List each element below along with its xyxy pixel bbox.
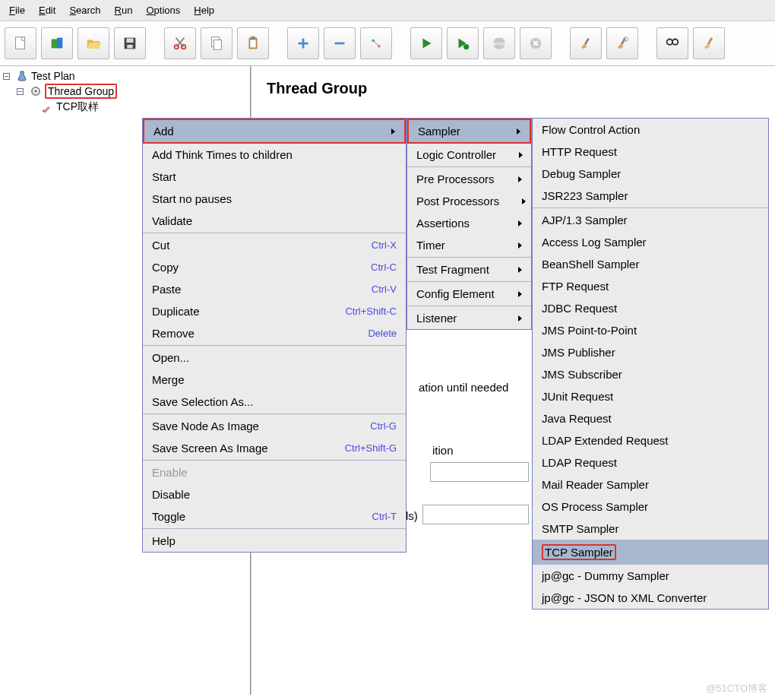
paste-button[interactable] (237, 27, 269, 59)
sampler-icon (41, 101, 53, 113)
menubar: FFileile Edit Search Run Options Help (0, 0, 775, 21)
sub-frag[interactable]: Test Fragment (407, 258, 531, 280)
ctx-validate[interactable]: Validate (143, 210, 406, 232)
ctx-think[interactable]: Add Think Times to children (143, 144, 406, 166)
ctx-cut[interactable]: CutCtrl-X (143, 234, 406, 256)
collapse-button[interactable] (324, 27, 356, 59)
sampler-mail[interactable]: Mail Reader Sampler (533, 474, 768, 496)
reset-search-button[interactable] (693, 27, 725, 59)
search-button[interactable] (656, 27, 688, 59)
sampler-bean[interactable]: BeanShell Sampler (533, 253, 768, 275)
svg-point-22 (672, 40, 678, 45)
svg-rect-12 (251, 36, 255, 40)
menu-help[interactable]: Help (194, 5, 214, 16)
menu-search[interactable]: Search (69, 5, 100, 16)
tree-root[interactable]: Test Plan (3, 69, 247, 83)
sampler-json[interactable]: jp@gc - JSON to XML Converter (533, 587, 768, 609)
tree-thread-group[interactable]: Thread Group (3, 83, 247, 100)
ctx-add[interactable]: Add (143, 119, 406, 144)
svg-point-25 (34, 90, 37, 93)
sub-listener[interactable]: Listener (407, 307, 531, 329)
run-button[interactable] (410, 27, 442, 59)
ctx-savesel[interactable]: Save Selection As... (143, 391, 406, 413)
sub-post[interactable]: Post Processors (407, 190, 531, 212)
arrow-icon (518, 291, 522, 297)
menu-options[interactable]: Options (146, 5, 180, 16)
menu-run[interactable]: Run (115, 5, 133, 16)
sampler-junit[interactable]: JUnit Request (533, 385, 768, 407)
sampler-jmssub[interactable]: JMS Subscriber (533, 363, 768, 385)
sampler-jsr[interactable]: JSR223 Sampler (533, 185, 768, 207)
sampler-flow[interactable]: Flow Control Action (533, 119, 768, 141)
toggle-icon[interactable] (17, 88, 24, 95)
ctx-savescr[interactable]: Save Screen As ImageCtrl+Shift-G (143, 437, 406, 459)
toolbar: STOP (0, 21, 775, 66)
svg-rect-4 (126, 39, 133, 43)
ctx-disable[interactable]: Disable (143, 483, 406, 505)
sampler-ldap[interactable]: LDAP Request (533, 451, 768, 474)
input-field[interactable] (422, 505, 529, 524)
sampler-dummy[interactable]: jp@gc - Dummy Sampler (533, 565, 768, 587)
arrow-icon (519, 152, 523, 158)
save-button[interactable] (114, 27, 146, 59)
sub-pre[interactable]: Pre Processors (407, 168, 531, 190)
ctx-remove[interactable]: RemoveDelete (143, 322, 406, 344)
threadgroup-icon (30, 85, 42, 97)
sampler-jmspp[interactable]: JMS Point-to-Point (533, 319, 768, 341)
sampler-java[interactable]: Java Request (533, 407, 768, 429)
run-notimers-button[interactable] (447, 27, 479, 59)
ctx-copy[interactable]: CopyCtrl-C (143, 256, 406, 278)
sampler-jmspub[interactable]: JMS Publisher (533, 341, 768, 363)
stop-button[interactable]: STOP (483, 27, 515, 59)
input-field[interactable] (430, 462, 529, 482)
expand-button[interactable] (287, 27, 319, 59)
sampler-tcp[interactable]: TCP Sampler (533, 540, 768, 565)
clear-button[interactable] (570, 27, 602, 59)
shutdown-button[interactable] (520, 27, 552, 59)
sampler-ajp[interactable]: AJP/1.3 Sampler (533, 209, 768, 231)
copy-button[interactable] (201, 27, 232, 59)
sampler-os[interactable]: OS Process Sampler (533, 496, 768, 518)
sub-sampler[interactable]: Sampler (407, 119, 531, 144)
ctx-savenode[interactable]: Save Node As ImageCtrl-G (143, 415, 406, 437)
clear-all-button[interactable] (606, 27, 638, 59)
svg-rect-26 (43, 106, 50, 113)
ctx-start[interactable]: Start (143, 166, 406, 188)
submenu-sampler: Flow Control Action HTTP Request Debug S… (532, 118, 769, 610)
ctx-open[interactable]: Open... (143, 347, 406, 369)
tree-tcp-sampler[interactable]: TCP取样 (3, 100, 247, 115)
sampler-ftp[interactable]: FTP Request (533, 275, 768, 297)
sub-assert[interactable]: Assertions (407, 212, 531, 234)
ctx-merge[interactable]: Merge (143, 369, 406, 391)
svg-rect-23 (707, 37, 713, 45)
sampler-smtp[interactable]: SMTP Sampler (533, 518, 768, 540)
tree-thread-group-label: Thread Group (45, 84, 117, 99)
svg-rect-18 (584, 38, 590, 45)
ctx-enable: Enable (143, 461, 406, 483)
templates-button[interactable] (41, 27, 73, 59)
ctx-start-np[interactable]: Start no pauses (143, 188, 406, 210)
sampler-http[interactable]: HTTP Request (533, 141, 768, 163)
sampler-ldapex[interactable]: LDAP Extended Request (533, 429, 768, 451)
sub-timer[interactable]: Timer (407, 234, 531, 256)
new-button[interactable] (5, 27, 36, 59)
ctx-paste[interactable]: PasteCtrl-V (143, 278, 406, 300)
context-menu: Add Add Think Times to children Start St… (142, 118, 406, 553)
svg-text:STOP: STOP (494, 42, 505, 46)
cut-button[interactable] (164, 27, 196, 59)
arrow-icon (518, 220, 522, 226)
toggle-button[interactable] (360, 27, 392, 59)
ctx-duplicate[interactable]: DuplicateCtrl+Shift-C (143, 300, 406, 322)
bg-text: ition (432, 444, 454, 457)
sub-logic[interactable]: Logic Controller (407, 144, 531, 166)
menu-edit[interactable]: Edit (39, 5, 55, 16)
open-button[interactable] (78, 27, 109, 59)
ctx-toggle[interactable]: ToggleCtrl-T (143, 505, 406, 527)
toggle-icon[interactable] (3, 73, 10, 80)
sampler-jdbc[interactable]: JDBC Request (533, 297, 768, 319)
sub-config[interactable]: Config Element (407, 283, 531, 305)
sampler-acc[interactable]: Access Log Sampler (533, 231, 768, 253)
menu-file[interactable]: FFileile (9, 5, 25, 16)
sampler-debug[interactable]: Debug Sampler (533, 163, 768, 185)
ctx-help[interactable]: Help (143, 530, 406, 552)
